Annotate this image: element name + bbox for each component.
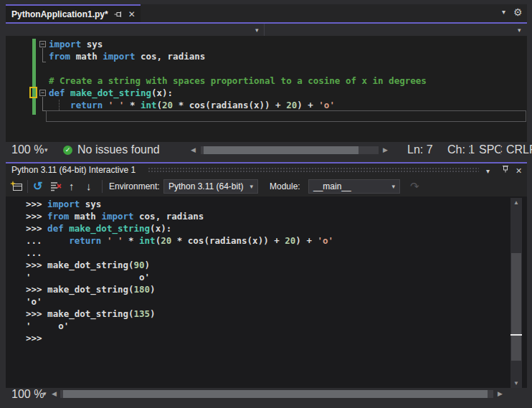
fold-marker-def[interactable]: − xyxy=(39,90,46,96)
code-line: ... return ' ' * int(20 * cos(radians(x)… xyxy=(26,234,333,247)
console-vscroll-track[interactable]: ▲ ▼ xyxy=(510,198,522,390)
console-hscroll-thumb[interactable] xyxy=(63,390,488,398)
issues-status-text: No issues found xyxy=(77,142,160,158)
pin-window-icon[interactable] xyxy=(501,164,510,176)
environment-select-chevron-icon: ▾ xyxy=(250,183,253,190)
current-line-highlight xyxy=(46,110,526,122)
navigation-bar xyxy=(6,24,527,36)
editor-zoom-level[interactable]: 100 % xyxy=(11,142,44,158)
caret-position-marker xyxy=(510,334,522,336)
interactive-window-title: Python 3.11 (64-bit) Interactive 1 xyxy=(11,163,136,176)
send-to-interactive-icon-disabled: ↷ xyxy=(410,179,419,194)
code-line: ... xyxy=(26,247,333,259)
code-line: >>> import sys xyxy=(26,198,333,210)
code-line: >>> xyxy=(26,332,333,344)
vscroll-down-arrow-icon[interactable]: ▼ xyxy=(510,380,522,386)
code-line xyxy=(49,62,427,75)
console-output: >>> import sys>>> from math import cos, … xyxy=(26,198,333,344)
change-bar-unsaved xyxy=(29,87,37,98)
history-previous-icon[interactable]: ↑ xyxy=(69,179,75,194)
editor-hscroll-thumb[interactable] xyxy=(204,146,358,154)
toolbar-divider xyxy=(27,180,28,193)
no-issues-icon: ✓ xyxy=(63,146,72,155)
module-selected-value: __main__ xyxy=(313,181,351,191)
code-line: # Create a string with spaces proportion… xyxy=(49,75,427,87)
interactive-toolbar xyxy=(6,176,527,196)
hscroll-left-arrow-icon[interactable]: ◀ xyxy=(191,142,196,158)
module-label: Module: xyxy=(270,176,300,196)
window-menu-chevron-icon[interactable]: ▾ xyxy=(486,166,490,177)
fold-outline-def xyxy=(42,97,43,110)
console-vscroll-thumb[interactable] xyxy=(511,253,521,361)
tab-pythonapplication1[interactable]: PythonApplication1.py* ✕ xyxy=(6,4,141,22)
console-hscroll-left-arrow-icon[interactable]: ◀ xyxy=(52,388,57,400)
code-line: return ' ' * int(20 * cos(radians(x)) + … xyxy=(49,99,427,111)
pin-icon[interactable] xyxy=(114,10,123,19)
type-dropdown-chevron-icon[interactable]: ▾ xyxy=(255,27,259,34)
member-dropdown-chevron-icon[interactable]: ▾ xyxy=(518,27,521,34)
gear-icon[interactable]: ⚙ xyxy=(513,6,523,18)
tab-title: PythonApplication1.py* xyxy=(11,9,108,19)
code-line: from math import cos, radians xyxy=(49,50,427,62)
code-line: >>> make_dot_string(90) xyxy=(26,259,333,271)
fold-marker-imports[interactable]: − xyxy=(39,41,46,47)
status-insert-mode[interactable]: SPC xyxy=(479,142,503,158)
title-bar-grip xyxy=(148,167,479,173)
code-line: >>> make_dot_string(135) xyxy=(26,308,333,320)
console-zoom-chevron-icon[interactable]: ▾ xyxy=(43,388,47,400)
hscroll-right-arrow-icon[interactable]: ▶ xyxy=(383,142,388,158)
console-hscroll-right-arrow-icon[interactable]: ▶ xyxy=(498,388,503,400)
interactive-console[interactable]: >>> import sys>>> from math import cos, … xyxy=(6,196,527,388)
status-line-number: Ln: 7 xyxy=(407,142,433,158)
code-line: import sys xyxy=(49,38,427,50)
vscroll-up-arrow-icon[interactable]: ▲ xyxy=(510,199,522,206)
editor-zoom-chevron-icon[interactable]: ▾ xyxy=(44,142,48,158)
close-icon[interactable]: ✕ xyxy=(128,10,136,19)
document-list-chevron-icon[interactable]: ▾ xyxy=(502,8,505,16)
status-divider xyxy=(500,145,501,155)
code-line: ' o' xyxy=(26,271,333,283)
module-select[interactable]: __main__ ▾ xyxy=(308,179,400,194)
code-line: def make_dot_string(x): xyxy=(49,87,427,99)
code-line: >>> def make_dot_string(x): xyxy=(26,222,333,234)
clear-screen-icon[interactable] xyxy=(50,181,62,195)
history-next-icon[interactable]: ↓ xyxy=(86,179,92,194)
code-line: >>> make_dot_string(180) xyxy=(26,283,333,295)
toolbar-divider xyxy=(102,180,103,193)
visual-studio-window: PythonApplication1.py* ✕ ▾ ⚙ ▾ ▾ − − imp… xyxy=(0,0,532,408)
close-window-icon[interactable]: ✕ xyxy=(516,165,522,176)
fold-outline-imports xyxy=(42,48,43,62)
code-line: ' o' xyxy=(26,320,333,332)
environment-selected-value: Python 3.11 (64-bit) xyxy=(168,181,244,191)
fold-outline-imports-end xyxy=(42,62,46,62)
reset-interactive-icon[interactable]: ↺ xyxy=(33,179,42,194)
console-zoom-level[interactable]: 100 % xyxy=(11,388,44,400)
status-line-ending[interactable]: CRLF xyxy=(506,142,532,158)
environment-window-icon[interactable] xyxy=(10,181,23,195)
navigation-bar-divider xyxy=(264,24,265,36)
environment-select[interactable]: Python 3.11 (64-bit) ▾ xyxy=(163,179,258,194)
code-line: >>> from math import cos, radians xyxy=(26,210,333,222)
change-bar-saved xyxy=(32,39,36,115)
module-select-chevron-icon: ▾ xyxy=(391,183,395,190)
code-line: 'o' xyxy=(26,295,333,308)
environment-label: Environment: xyxy=(109,176,160,196)
status-divider xyxy=(470,145,471,155)
